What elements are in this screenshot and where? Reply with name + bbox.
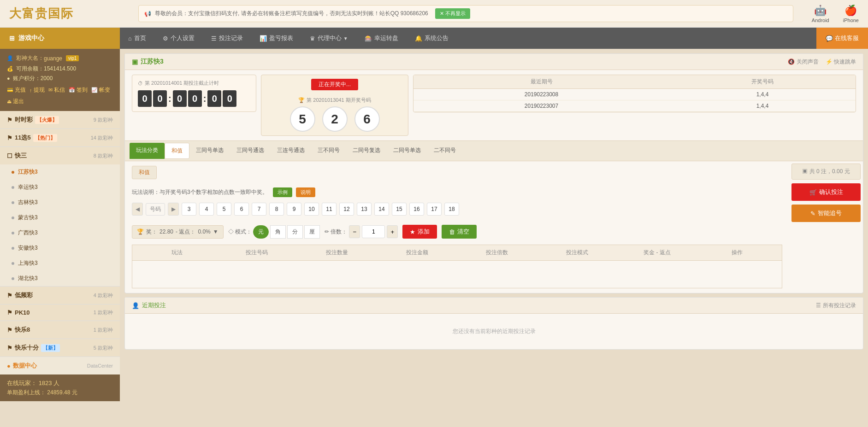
iphone-label: iPhone [843, 18, 859, 23]
num-btn-17[interactable]: 17 [427, 203, 442, 216]
clear-button[interactable]: 🗑 清空 [442, 225, 477, 239]
sidebar-item-shanghai-kuai3[interactable]: 上海快3 [0, 256, 120, 271]
kuaile8-count: 1 款彩种 [94, 327, 113, 333]
tab-er-fuzhi[interactable]: 二同号复选 [346, 143, 387, 159]
nav-home-label: 首页 [134, 34, 146, 42]
mode-fen[interactable]: 分 [287, 225, 303, 239]
example-button[interactable]: 示例 [273, 187, 292, 197]
num-btn-3[interactable]: 3 [182, 203, 196, 216]
award-value: 22.80 [159, 228, 173, 235]
countdown-box: ⏱ 第 20201014001 期投注截止计时 0 0 : 0 0 : 0 0 [132, 75, 256, 112]
num-btn-4[interactable]: 4 [199, 203, 214, 216]
message-btn[interactable]: ✉私信 [48, 86, 65, 94]
user-name-row: 👤 彩神大名： guange vip1 [7, 54, 113, 62]
sidebar-item-xingyun-kuai3[interactable]: 幸运快3 [0, 180, 120, 195]
smart-bet-button[interactable]: ✎ 智能追号 [791, 205, 861, 222]
mult-input[interactable] [362, 225, 385, 238]
kuaile8-header[interactable]: ⚑ 快乐8 1 款彩种 [0, 321, 120, 339]
col-numbers: 开奖号码 [669, 75, 856, 89]
kuaisan-header[interactable]: ☐ 快三 8 款彩种 [0, 147, 120, 164]
tab-er-diff[interactable]: 二不同号 [427, 143, 462, 159]
numbers-1: 1,4,4 [669, 89, 856, 100]
home-icon: ⌂ [128, 35, 132, 42]
nav-profit[interactable]: 📊 盈亏报表 [251, 28, 301, 49]
nav-agent[interactable]: ♛ 代理中心 ▼ [301, 28, 356, 49]
confirm-bet-button[interactable]: 🛒 确认投注 [791, 183, 861, 201]
bet-count-display: ▣ 共 0 注，0.00 元 [791, 164, 861, 180]
sidebar-item-hubei-kuai3[interactable]: 湖北快3 [0, 271, 120, 286]
recharge-btn[interactable]: 💳充值 [7, 86, 26, 94]
nav-lucky[interactable]: 🎰 幸运转盘 [356, 28, 407, 49]
kuaile10-header[interactable]: ⚑ 快乐十分 【新】 5 款彩种 [0, 339, 120, 357]
no-show-button[interactable]: ✕ 不再显示 [435, 8, 470, 19]
android-download[interactable]: 🤖 Android [812, 5, 829, 23]
mode-li[interactable]: 厘 [304, 225, 320, 239]
picker-right-arrow[interactable]: ▶ [168, 203, 179, 216]
num-btn-15[interactable]: 15 [392, 203, 407, 216]
sidebar-item-jilin-kuai3[interactable]: 吉林快3 [0, 195, 120, 210]
data-center-sub: DataCenter [87, 363, 113, 369]
checkin-btn[interactable]: 📅签到 [69, 86, 88, 94]
num-btn-11[interactable]: 11 [322, 203, 337, 216]
dipin-header[interactable]: ⚑ 低频彩 4 款彩种 [0, 287, 120, 304]
quick-icon: ⚡ [826, 58, 833, 65]
picker-left-arrow[interactable]: ◀ [132, 203, 143, 216]
nav-personal-label: 个人设置 [171, 34, 195, 42]
mult-decrease[interactable]: − [349, 225, 360, 238]
tab-san-lian[interactable]: 三连号通选 [271, 143, 311, 159]
sidebar-item-menggu-kuai3[interactable]: 蒙古快3 [0, 210, 120, 225]
mult-increase[interactable]: + [387, 225, 398, 238]
data-center[interactable]: ● 数据中心 DataCenter [0, 357, 120, 374]
username: guange [44, 55, 62, 62]
nav-personal[interactable]: ⚙ 个人设置 [154, 28, 203, 49]
nav-bet-records[interactable]: ☰ 投注记录 [203, 28, 251, 49]
tab-san-pass[interactable]: 三同号通选 [230, 143, 271, 159]
games-center-nav[interactable]: ⊞ 游戏中心 [0, 28, 120, 49]
sidebar-section-dipin: ⚑ 低频彩 4 款彩种 [0, 287, 120, 304]
fire-badge: 【火爆】 [35, 116, 59, 124]
user-name-label: 彩神大名： [16, 54, 44, 62]
tab-san-single[interactable]: 三同号单选 [189, 143, 230, 159]
nav-notice[interactable]: 🔔 系统公告 [407, 28, 457, 49]
sidebar-item-anhui-kuai3[interactable]: 安徽快3 [0, 240, 120, 256]
num-btn-16[interactable]: 16 [409, 203, 424, 216]
quick-bet-btn[interactable]: ⚡ 快速跳单 [826, 58, 856, 66]
tab-san-diff[interactable]: 三不同号 [311, 143, 346, 159]
num-btn-6[interactable]: 6 [234, 203, 249, 216]
sidebar-item-guangxi-kuai3[interactable]: 广西快3 [0, 225, 120, 240]
num-btn-14[interactable]: 14 [374, 203, 389, 216]
num-btn-8[interactable]: 8 [269, 203, 284, 216]
num-btn-5[interactable]: 5 [217, 203, 231, 216]
mode-yuan[interactable]: 元 [253, 225, 269, 239]
balance-icon: 💰 [7, 66, 13, 71]
nav-bar: ⊞ 游戏中心 ⌂ 首页 ⚙ 个人设置 ☰ 投注记录 📊 盈亏报表 ♛ 代理中心 … [0, 28, 868, 49]
tab-hezhi[interactable]: 和值 [165, 143, 189, 159]
nav-home[interactable]: ⌂ 首页 [120, 28, 154, 49]
tab-wanfa[interactable]: 玩法分类 [130, 143, 165, 159]
logout-btn[interactable]: ⏏退出 [7, 98, 24, 105]
mode-jiao[interactable]: 角 [270, 225, 286, 239]
pk10-header[interactable]: ⚑ PK10 1 款彩种 [0, 304, 120, 321]
history-btn[interactable]: 📈帐变 [91, 86, 110, 94]
award-chevron[interactable]: ▼ [213, 228, 218, 235]
add-button[interactable]: ★ 添加 [402, 225, 437, 239]
shishi-header[interactable]: ⚑ 时时彩 【火爆】 9 款彩种 [0, 111, 120, 129]
close-sound-btn[interactable]: 🔇 关闭声音 [788, 58, 818, 66]
sub-tab-hezhi[interactable]: 和值 [132, 166, 157, 179]
num-btn-13[interactable]: 13 [357, 203, 372, 216]
num-btn-9[interactable]: 9 [287, 203, 301, 216]
online-stats: 在线玩家： 1823 人 单期盈利上线： 24859.48 元 [0, 374, 120, 401]
11x5-header[interactable]: ⚑ 11选5 【热门】 14 款彩种 [0, 129, 120, 146]
tab-er-single[interactable]: 二同号单选 [387, 143, 427, 159]
all-records-link[interactable]: ☰ 所有投注记录 [816, 302, 856, 310]
digit-min-2: 0 [188, 90, 202, 107]
withdraw-btn[interactable]: ↑提现 [30, 86, 45, 94]
num-btn-7[interactable]: 7 [252, 203, 266, 216]
num-btn-12[interactable]: 12 [339, 203, 354, 216]
online-service-btn[interactable]: 💬 在线客服 [816, 28, 868, 49]
rule-button[interactable]: 说明 [296, 187, 315, 197]
sidebar-item-jiangsu-kuai3[interactable]: 江苏快3 [0, 164, 120, 180]
num-btn-18[interactable]: 18 [444, 203, 459, 216]
num-btn-10[interactable]: 10 [304, 203, 319, 216]
iphone-download[interactable]: 🍎 iPhone [843, 5, 859, 23]
